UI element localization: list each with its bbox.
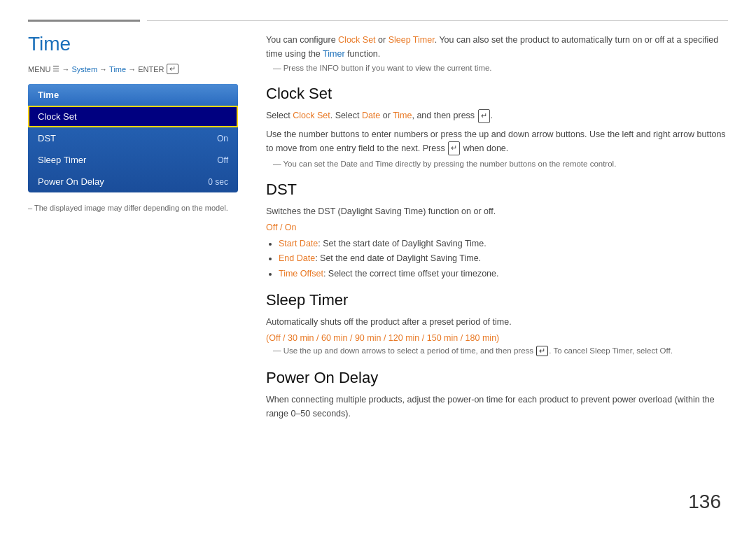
sleep-timer-section: Sleep Timer Automatically shuts off the … — [266, 291, 728, 356]
clock-set-desc2: Use the number buttons to enter numbers … — [266, 127, 728, 156]
sleep-timer-title: Sleep Timer — [266, 291, 728, 309]
menu-item-clock-set[interactable]: Clock Set — [28, 106, 238, 127]
right-column: You can configure Clock Set or Sleep Tim… — [266, 33, 728, 430]
top-rule-right — [147, 20, 728, 21]
sleep-timer-options: (Off / 30 min / 60 min / 90 min / 120 mi… — [266, 333, 728, 343]
clock-set-title: Clock Set — [266, 85, 728, 103]
clock-set-note: You can set the Date and Time directly b… — [266, 160, 728, 168]
left-column: Time MENU ☰ → System → Time → ENTER ↵ Ti… — [28, 33, 238, 430]
clock-set-desc1: Select Clock Set. Select Date or Time, a… — [266, 108, 728, 123]
breadcrumb-time: Time — [109, 65, 126, 73]
dst-bullet-start-date: Start Date: Set the start date of Daylig… — [279, 237, 728, 251]
power-on-delay-section: Power On Delay When connecting multiple … — [266, 369, 728, 421]
intro-timer: Timer — [323, 49, 344, 59]
breadcrumb-enter: ENTER — [138, 65, 164, 73]
intro-text2: or — [376, 35, 388, 45]
dst-bullet-list: Start Date: Set the start date of Daylig… — [279, 237, 728, 281]
sleep-timer-note: Use the up and down arrows to select a p… — [266, 346, 728, 356]
menu-item-dst[interactable]: DST On — [28, 127, 238, 149]
intro-clock-set: Clock Set — [338, 35, 376, 45]
menu-item-label: Power On Delay — [38, 176, 104, 187]
menu-icon: ☰ — [52, 64, 59, 73]
model-note: – The displayed image may differ dependi… — [28, 204, 238, 212]
power-on-delay-title: Power On Delay — [266, 369, 728, 387]
menu-item-label: Clock Set — [38, 111, 77, 122]
dst-bullet-end-date: End Date: Set the end date of Daylight S… — [279, 251, 728, 266]
dst-desc: Switches the DST (Daylight Saving Time) … — [266, 204, 728, 218]
menu-item-power-on-delay[interactable]: Power On Delay 0 sec — [28, 171, 238, 192]
menu-item-label: Sleep Timer — [38, 155, 86, 165]
intro-sleep-timer: Sleep Timer — [388, 35, 435, 45]
menu-item-sleep-timer[interactable]: Sleep Timer Off — [28, 149, 238, 171]
menu-box: Time Clock Set DST On Sleep Timer Off Po… — [28, 84, 238, 192]
breadcrumb: MENU ☰ → System → Time → ENTER ↵ — [28, 64, 238, 74]
menu-box-title: Time — [28, 84, 238, 106]
menu-item-value: On — [217, 134, 228, 143]
intro-text1: You can configure — [266, 35, 338, 45]
top-rule — [0, 20, 756, 22]
enter-icon: ↵ — [167, 64, 178, 74]
dst-title: DST — [266, 181, 728, 199]
menu-item-label: DST — [38, 133, 56, 143]
power-on-delay-desc: When connecting multiple products, adjus… — [266, 393, 728, 421]
dst-options: Off / On — [266, 223, 728, 232]
sleep-timer-desc: Automatically shuts off the product afte… — [266, 315, 728, 329]
menu-item-value: Off — [217, 155, 228, 165]
intro-text4: function. — [345, 49, 381, 59]
page-layout: Time MENU ☰ → System → Time → ENTER ↵ Ti… — [0, 33, 756, 430]
dst-bullet-time-offset: Time Offset: Select the correct time off… — [279, 267, 728, 281]
breadcrumb-system: System — [71, 65, 97, 73]
page-number: 136 — [688, 491, 721, 513]
dst-section: DST Switches the DST (Daylight Saving Ti… — [266, 181, 728, 281]
intro-note: Press the INFO button if you want to vie… — [266, 64, 728, 72]
breadcrumb-menu: MENU — [28, 65, 50, 73]
intro-text: You can configure Clock Set or Sleep Tim… — [266, 33, 728, 61]
top-rule-left — [28, 20, 140, 22]
menu-item-value: 0 sec — [208, 177, 228, 187]
clock-set-section: Clock Set Select Clock Set. Select Date … — [266, 85, 728, 168]
page-title: Time — [28, 33, 238, 55]
